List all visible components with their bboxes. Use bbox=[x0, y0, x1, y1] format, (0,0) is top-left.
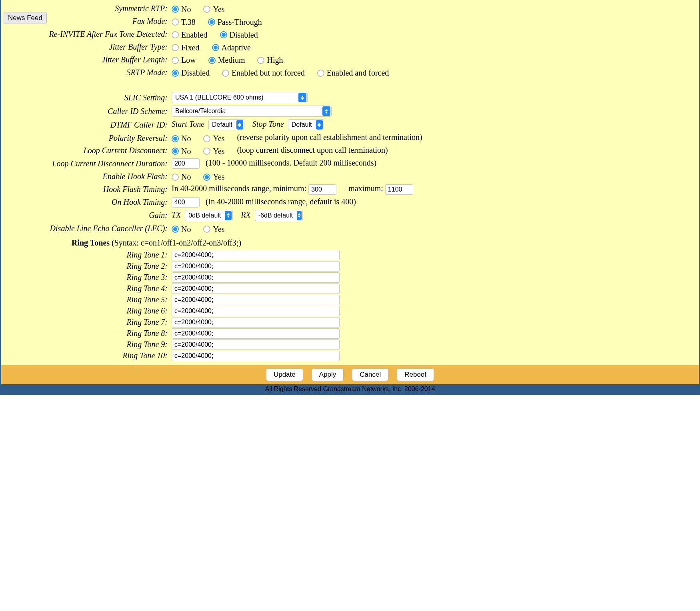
row-lec: Disable Line Echo Canceller (LEC): No Ye… bbox=[4, 222, 696, 235]
label-hook-timing: Hook Flash Timing: bbox=[4, 183, 172, 196]
ring-tone-row: Ring Tone 1: bbox=[4, 250, 696, 260]
row-fax-mode: Fax Mode: T.38 Pass-Through bbox=[4, 15, 696, 28]
hook-timing-max-label: maximum: bbox=[348, 184, 383, 193]
loop-duration-hint: (100 - 10000 milliseconds. Default 200 m… bbox=[206, 158, 376, 167]
row-on-hook: On Hook Timing: (In 40-2000 milliseconds… bbox=[4, 196, 696, 209]
label-jitter-type: Jitter Buffer Type: bbox=[4, 41, 172, 54]
row-polarity: Polarity Reversal: No Yes (reverse polar… bbox=[4, 132, 696, 144]
radio-polarity-yes[interactable] bbox=[203, 135, 210, 142]
polarity-hint: (reverse polarity upon call establishmen… bbox=[237, 133, 422, 142]
radio-reinvite-enabled[interactable] bbox=[172, 31, 179, 38]
ring-tone-label: Ring Tone 1: bbox=[4, 250, 172, 260]
gain-rx-label: RX bbox=[241, 210, 250, 219]
radio-jitter-high[interactable] bbox=[257, 57, 264, 64]
chevron-updown-icon bbox=[297, 211, 302, 220]
ring-tone-row: Ring Tone 5: bbox=[4, 295, 696, 305]
footer: All Rights Reserved Grandstream Networks… bbox=[1, 384, 699, 394]
select-gain-tx[interactable]: 0dB default bbox=[185, 210, 233, 221]
ring-tone-label: Ring Tone 10: bbox=[4, 351, 172, 360]
row-hook-timing: Hook Flash Timing: In 40-2000 millisecon… bbox=[4, 183, 696, 196]
label-slic: SLIC Setting: bbox=[4, 91, 172, 104]
on-hook-hint: (In 40-2000 milliseconds range, default … bbox=[206, 197, 356, 206]
radio-symmetric-rtp-no[interactable] bbox=[172, 6, 179, 13]
row-reinvite-fax: Re-INVITE After Fax Tone Detected: Enabl… bbox=[4, 28, 696, 41]
radio-hookflash-yes[interactable] bbox=[203, 174, 210, 181]
chevron-updown-icon bbox=[225, 211, 232, 220]
input-on-hook[interactable] bbox=[172, 197, 200, 208]
radio-polarity-no[interactable] bbox=[172, 135, 179, 142]
radio-reinvite-disabled[interactable] bbox=[220, 31, 227, 38]
radio-hookflash-no[interactable] bbox=[172, 174, 179, 181]
chevron-updown-icon bbox=[316, 120, 323, 130]
ring-tone-input[interactable] bbox=[172, 284, 340, 294]
radio-loopdisc-yes[interactable] bbox=[203, 148, 210, 155]
radio-jitter-low[interactable] bbox=[172, 57, 179, 64]
label-cid-scheme: Caller ID Scheme: bbox=[4, 104, 172, 118]
ring-tone-row: Ring Tone 6: bbox=[4, 306, 696, 316]
radio-srtp-enabled-notforced[interactable] bbox=[222, 70, 229, 77]
ring-tone-label: Ring Tone 6: bbox=[4, 306, 172, 315]
ring-tone-input[interactable] bbox=[172, 317, 340, 327]
row-jitter-type: Jitter Buffer Type: Fixed Adaptive bbox=[4, 41, 696, 54]
label-hook-flash: Enable Hook Flash: bbox=[4, 170, 172, 183]
radio-lec-no[interactable] bbox=[172, 226, 179, 233]
ring-tone-input[interactable] bbox=[172, 261, 340, 272]
label-jitter-length: Jitter Buffer Length: bbox=[4, 53, 172, 66]
radio-srtp-disabled[interactable] bbox=[172, 70, 179, 77]
stop-tone-label: Stop Tone bbox=[252, 120, 284, 128]
row-srtp-mode: SRTP Mode: Disabled Enabled but not forc… bbox=[4, 66, 696, 79]
ring-tone-label: Ring Tone 5: bbox=[4, 295, 172, 304]
radio-fax-passthrough[interactable] bbox=[208, 18, 215, 26]
ring-tone-row: Ring Tone 9: bbox=[4, 339, 696, 350]
label-on-hook: On Hook Timing: bbox=[4, 196, 172, 209]
loopdisc-hint: (loop current disconnect upon call termi… bbox=[237, 146, 388, 154]
ring-tone-label: Ring Tone 8: bbox=[4, 329, 172, 338]
ring-tone-input[interactable] bbox=[172, 295, 340, 305]
radio-lec-yes[interactable] bbox=[203, 226, 210, 233]
input-hook-min[interactable] bbox=[308, 184, 336, 195]
news-feed-button[interactable]: News Feed bbox=[4, 12, 47, 24]
ring-tone-input[interactable] bbox=[172, 351, 340, 361]
radio-jitter-adaptive[interactable] bbox=[212, 44, 219, 51]
select-gain-rx[interactable]: -6dB default bbox=[255, 210, 303, 221]
ring-tone-input[interactable] bbox=[172, 272, 340, 283]
ring-tone-input[interactable] bbox=[172, 328, 340, 339]
radio-srtp-enabled-forced[interactable] bbox=[317, 70, 324, 77]
label-reinvite-fax: Re-INVITE After Fax Tone Detected: bbox=[4, 28, 172, 41]
radio-loopdisc-no[interactable] bbox=[172, 148, 179, 155]
radio-symmetric-rtp-yes[interactable] bbox=[203, 6, 210, 13]
radio-fax-t38[interactable] bbox=[172, 18, 179, 26]
label-srtp-mode: SRTP Mode: bbox=[4, 66, 172, 79]
row-jitter-length: Jitter Buffer Length: Low Medium High bbox=[4, 53, 696, 66]
cancel-button[interactable]: Cancel bbox=[352, 368, 388, 381]
select-cid-scheme[interactable]: Bellcore/Telcordia bbox=[172, 106, 332, 117]
radio-jitter-medium[interactable] bbox=[208, 57, 216, 64]
label-dtmf-cid: DTMF Caller ID: bbox=[4, 118, 172, 132]
ring-tone-row: Ring Tone 7: bbox=[4, 317, 696, 327]
row-loop-disconnect: Loop Current Disconnect: No Yes (loop cu… bbox=[4, 144, 696, 157]
select-start-tone[interactable]: Default bbox=[208, 119, 244, 130]
select-stop-tone[interactable]: Default bbox=[288, 119, 324, 130]
gain-tx-label: TX bbox=[172, 210, 181, 219]
input-loop-duration[interactable] bbox=[172, 158, 200, 169]
ring-tone-input[interactable] bbox=[172, 339, 340, 350]
update-button[interactable]: Update bbox=[266, 368, 303, 381]
ring-tone-label: Ring Tone 7: bbox=[4, 317, 172, 327]
label-gain: Gain: bbox=[4, 209, 172, 222]
ring-tone-input[interactable] bbox=[172, 250, 340, 260]
label-polarity: Polarity Reversal: bbox=[4, 132, 172, 144]
ring-tone-row: Ring Tone 2: bbox=[4, 261, 696, 272]
row-dtmf-cid: DTMF Caller ID: Start Tone Default Stop … bbox=[4, 118, 696, 132]
row-cid-scheme: Caller ID Scheme: Bellcore/Telcordia bbox=[4, 104, 696, 118]
ring-tone-label: Ring Tone 4: bbox=[4, 284, 172, 293]
input-hook-max[interactable] bbox=[385, 184, 413, 195]
reboot-button[interactable]: Reboot bbox=[397, 368, 434, 381]
row-symmetric-rtp: Symmetric RTP: No Yes bbox=[4, 2, 696, 15]
radio-jitter-fixed[interactable] bbox=[172, 44, 179, 51]
row-slic: SLIC Setting: USA 1 (BELLCORE 600 ohms) bbox=[4, 91, 696, 104]
select-slic[interactable]: USA 1 (BELLCORE 600 ohms) bbox=[172, 92, 308, 103]
chevron-updown-icon bbox=[322, 106, 330, 116]
ring-tone-input[interactable] bbox=[172, 306, 340, 316]
row-hook-flash: Enable Hook Flash: No Yes bbox=[4, 170, 696, 183]
apply-button[interactable]: Apply bbox=[312, 368, 344, 381]
